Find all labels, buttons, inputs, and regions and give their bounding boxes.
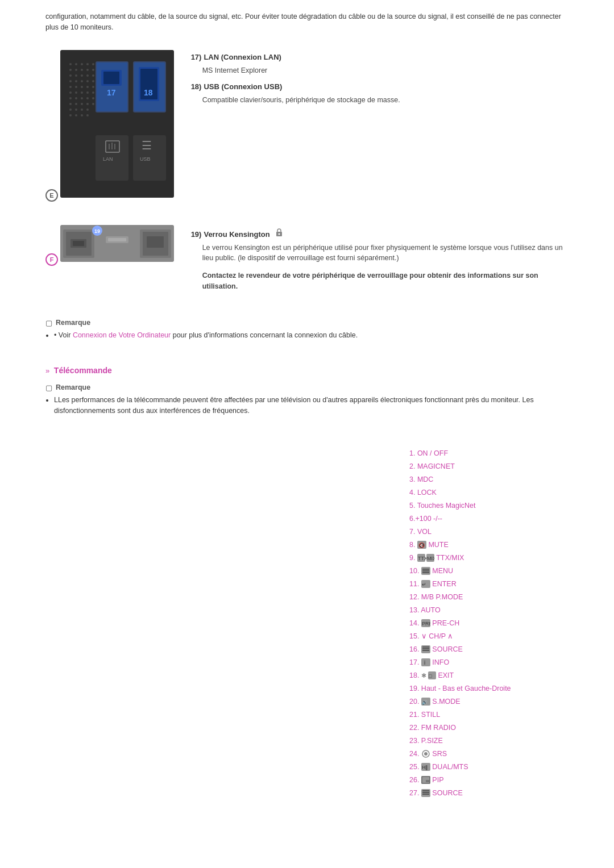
svg-rect-112 <box>426 780 429 782</box>
note-cable: ▢ Remarque • Voir Connexion de Votre Ord… <box>45 319 569 341</box>
svg-rect-97 <box>422 646 429 648</box>
usb-title: USB (Connexion USB) <box>204 82 282 91</box>
remote-num-19: 19. Haut - Bas et Gauche-Droite <box>409 685 511 692</box>
dual-icon: H‖ <box>421 763 430 771</box>
usb-number: 18) <box>191 82 202 91</box>
remote-item-15: 15. ∨ CH/P ∧ <box>409 631 569 642</box>
prech-icon: PRE <box>421 619 430 627</box>
svg-text:PRE: PRE <box>422 621 430 627</box>
kensington-title: Verrou Kensington <box>204 230 269 239</box>
remote-mute-label: MUTE <box>428 541 448 549</box>
remote-source2-label: SOURCE <box>432 789 462 797</box>
telecommande-title-row: » Télécommande <box>45 366 569 375</box>
svg-point-2 <box>75 63 77 65</box>
remote-num-22: 22. FM RADIO <box>409 724 456 732</box>
remote-item-12: 12. M/B P.MODE <box>409 591 569 603</box>
kensington-number: 19) <box>191 230 202 239</box>
source-icon <box>421 645 430 653</box>
svg-text:☰: ☰ <box>142 139 152 152</box>
svg-point-21 <box>69 86 72 88</box>
remote-item-18: 18. ✱ □ EXIT <box>409 670 569 681</box>
remote-exit-label: EXIT <box>438 671 454 679</box>
svg-rect-79 <box>147 236 164 248</box>
remote-num-26: 26. <box>409 776 421 784</box>
panel-e-svg: 17 18 LAN ☰ USB <box>60 50 174 198</box>
svg-point-107 <box>424 752 428 756</box>
svg-point-15 <box>92 74 94 77</box>
svg-rect-50 <box>97 62 127 111</box>
remote-num-18: 18. <box>409 671 421 679</box>
connexion-link[interactable]: Connexion de Votre Ordinateur <box>73 331 171 339</box>
lan-title: LAN (Connexion LAN) <box>204 53 281 61</box>
remote-item-4: 4. LOCK <box>409 487 569 498</box>
remote-item-20: 20. 🔊 S.MODE <box>409 696 569 707</box>
remote-list-container: 1. ON / OFF 2. MAGICNET 3. MDC 4. LOCK 5… <box>45 448 569 800</box>
svg-point-40 <box>92 103 94 105</box>
svg-text:17: 17 <box>107 88 116 97</box>
svg-point-25 <box>92 86 94 88</box>
remote-item-25: 25. H‖ DUAL/MTS <box>409 761 569 773</box>
remote-item-7: 7. VOL <box>409 526 569 537</box>
remote-dual-label: DUAL/MTS <box>432 763 468 771</box>
svg-rect-114 <box>422 790 429 791</box>
svg-point-37 <box>75 103 77 105</box>
svg-point-27 <box>75 91 77 94</box>
svg-text:USB: USB <box>140 156 151 162</box>
remote-item-9: 9. TTX MIX TTX/MIX <box>409 552 569 564</box>
lan-item: 17) LAN (Connexion LAN) MS Internet Expl… <box>191 53 569 76</box>
svg-text:↵: ↵ <box>422 582 426 587</box>
svg-point-38 <box>81 103 83 105</box>
section-kensington: F 19 19) Verrou Kensington <box>45 225 569 299</box>
svg-point-20 <box>92 80 94 82</box>
svg-point-13 <box>81 74 83 77</box>
remote-num-2: 2. MAGICNET <box>409 462 455 470</box>
remote-num-21: 21. STILL <box>409 711 440 719</box>
smode-icon: 🔊 <box>421 698 430 706</box>
svg-rect-90 <box>422 570 429 571</box>
remote-info-label: INFO <box>432 658 449 666</box>
remote-num-4: 4. LOCK <box>409 489 437 496</box>
remote-num-15: 15. ∨ CH/P ∧ <box>409 632 453 640</box>
label-e: E <box>45 189 58 202</box>
remote-num-11: 11. <box>409 580 421 588</box>
svg-point-6 <box>69 69 72 71</box>
svg-point-36 <box>69 103 72 105</box>
srs-icon <box>421 750 430 758</box>
svg-point-28 <box>81 91 83 94</box>
svg-rect-52 <box>103 72 119 84</box>
note-label-2: Remarque <box>56 383 90 391</box>
svg-point-26 <box>69 91 72 94</box>
kensington-item: 19) Verrou Kensington Le verrou Kensingt… <box>191 228 569 292</box>
remote-num-24: 24. <box>409 750 421 758</box>
device-image-e: E 17 <box>45 50 174 205</box>
remote-item-6: 6.+100 -/-- <box>409 513 569 524</box>
remote-item-5: 5. Touches MagicNet <box>409 500 569 511</box>
svg-point-34 <box>86 97 89 99</box>
svg-text:H‖: H‖ <box>422 765 429 770</box>
remote-num-6: 6.+100 -/-- <box>409 515 442 523</box>
svg-point-42 <box>75 108 77 111</box>
svg-point-19 <box>86 80 89 82</box>
remote-smode-label: S.MODE <box>432 698 460 706</box>
telecommande-arrow: » <box>45 366 49 375</box>
remote-item-22: 22. FM RADIO <box>409 722 569 733</box>
remote-menu-label: MENU <box>432 567 453 575</box>
svg-point-32 <box>75 97 77 99</box>
remote-item-19: 19. Haut - Bas et Gauche-Droite <box>409 683 569 694</box>
svg-point-30 <box>92 91 94 94</box>
note-icon-2: ▢ <box>45 383 52 392</box>
remote-item-23: 23. P.SIZE <box>409 735 569 746</box>
remote-item-17: 17. i INFO <box>409 657 569 668</box>
intro-text: configuration, notamment du câble, de la… <box>45 11 569 33</box>
svg-rect-99 <box>422 650 429 651</box>
remote-num-27: 27. <box>409 789 421 797</box>
svg-point-45 <box>69 114 72 116</box>
pip-icon <box>421 776 430 784</box>
panel-f-svg: 19 <box>60 225 174 262</box>
lan-number: 17) <box>191 53 202 61</box>
remote-source-label: SOURCE <box>432 645 462 653</box>
remote-item-11: 11. ↵ ENTER <box>409 578 569 590</box>
svg-rect-115 <box>422 792 429 793</box>
kensington-info: 19) Verrou Kensington Le verrou Kensingt… <box>191 225 569 299</box>
svg-text:18: 18 <box>144 88 153 97</box>
